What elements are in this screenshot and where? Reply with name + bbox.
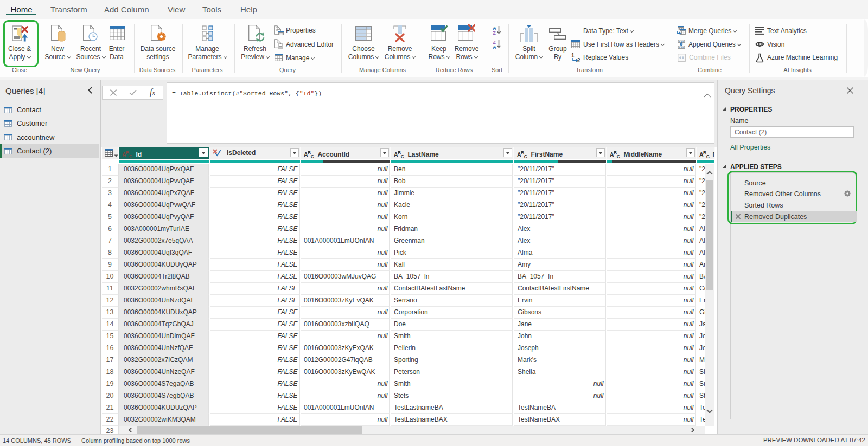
svg-text:1: 1 bbox=[571, 53, 575, 59]
svg-text:Z: Z bbox=[493, 30, 496, 35]
svg-text:A: A bbox=[493, 44, 496, 49]
svg-text:2: 2 bbox=[577, 57, 580, 63]
